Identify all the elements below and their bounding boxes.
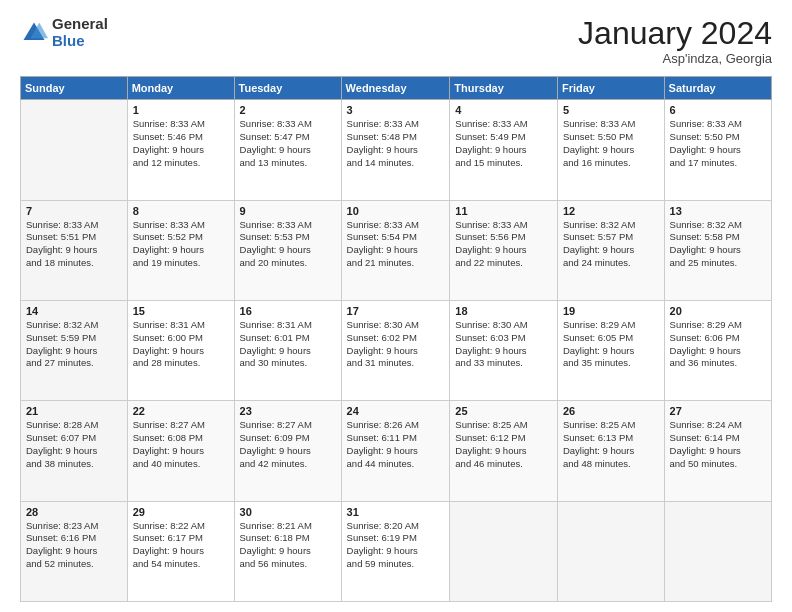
cell-info-line: Sunset: 6:07 PM [26,432,122,445]
cell-info-line: Sunrise: 8:33 AM [26,219,122,232]
calendar-cell: 24Sunrise: 8:26 AMSunset: 6:11 PMDayligh… [341,401,450,501]
week-row-2: 7Sunrise: 8:33 AMSunset: 5:51 PMDaylight… [21,200,772,300]
cell-info-line: and 12 minutes. [133,157,229,170]
cell-info-line: and 16 minutes. [563,157,659,170]
cell-info-line: Sunrise: 8:31 AM [240,319,336,332]
cell-info-line: Daylight: 9 hours [563,244,659,257]
calendar-cell: 8Sunrise: 8:33 AMSunset: 5:52 PMDaylight… [127,200,234,300]
cell-info-line: Sunrise: 8:22 AM [133,520,229,533]
cell-info-line: Sunrise: 8:33 AM [455,118,552,131]
week-row-3: 14Sunrise: 8:32 AMSunset: 5:59 PMDayligh… [21,300,772,400]
cell-info-line: Daylight: 9 hours [347,144,445,157]
cell-info-line: and 35 minutes. [563,357,659,370]
cell-info-line: Sunrise: 8:30 AM [347,319,445,332]
day-number: 20 [670,305,766,317]
cell-info-line: Sunset: 6:14 PM [670,432,766,445]
cell-info-line: Daylight: 9 hours [240,545,336,558]
cell-info-line: Sunrise: 8:33 AM [240,118,336,131]
cell-info-line: and 59 minutes. [347,558,445,571]
cell-info-line: Daylight: 9 hours [240,445,336,458]
calendar-cell: 11Sunrise: 8:33 AMSunset: 5:56 PMDayligh… [450,200,558,300]
cell-info-line: and 13 minutes. [240,157,336,170]
cell-info-line: Sunset: 5:47 PM [240,131,336,144]
day-header-tuesday: Tuesday [234,77,341,100]
cell-info-line: Daylight: 9 hours [133,144,229,157]
calendar-cell: 6Sunrise: 8:33 AMSunset: 5:50 PMDaylight… [664,100,771,200]
cell-info-line: Sunrise: 8:27 AM [133,419,229,432]
calendar-cell: 17Sunrise: 8:30 AMSunset: 6:02 PMDayligh… [341,300,450,400]
cell-info-line: Sunset: 6:08 PM [133,432,229,445]
cell-info-line: Sunrise: 8:24 AM [670,419,766,432]
calendar-cell: 20Sunrise: 8:29 AMSunset: 6:06 PMDayligh… [664,300,771,400]
week-row-1: 1Sunrise: 8:33 AMSunset: 5:46 PMDaylight… [21,100,772,200]
cell-info-line: Sunrise: 8:23 AM [26,520,122,533]
cell-info-line: Sunrise: 8:25 AM [455,419,552,432]
cell-info-line: Sunrise: 8:33 AM [133,118,229,131]
week-row-4: 21Sunrise: 8:28 AMSunset: 6:07 PMDayligh… [21,401,772,501]
calendar-table: SundayMondayTuesdayWednesdayThursdayFrid… [20,76,772,602]
cell-info-line: and 15 minutes. [455,157,552,170]
day-number: 31 [347,506,445,518]
cell-info-line: Sunrise: 8:28 AM [26,419,122,432]
cell-info-line: Sunrise: 8:31 AM [133,319,229,332]
day-number: 14 [26,305,122,317]
calendar-cell: 12Sunrise: 8:32 AMSunset: 5:57 PMDayligh… [557,200,664,300]
cell-info-line: Sunrise: 8:33 AM [133,219,229,232]
day-number: 25 [455,405,552,417]
cell-info-line: and 42 minutes. [240,458,336,471]
day-header-monday: Monday [127,77,234,100]
cell-info-line: Daylight: 9 hours [563,345,659,358]
calendar-cell [450,501,558,601]
calendar-cell: 23Sunrise: 8:27 AMSunset: 6:09 PMDayligh… [234,401,341,501]
cell-info-line: and 19 minutes. [133,257,229,270]
logo-general-text: General [52,16,108,33]
day-number: 21 [26,405,122,417]
calendar-cell: 22Sunrise: 8:27 AMSunset: 6:08 PMDayligh… [127,401,234,501]
cell-info-line: Daylight: 9 hours [455,445,552,458]
calendar-cell: 13Sunrise: 8:32 AMSunset: 5:58 PMDayligh… [664,200,771,300]
cell-info-line: Sunrise: 8:27 AM [240,419,336,432]
day-number: 26 [563,405,659,417]
cell-info-line: Sunrise: 8:33 AM [563,118,659,131]
cell-info-line: Daylight: 9 hours [455,144,552,157]
day-number: 5 [563,104,659,116]
calendar-cell: 25Sunrise: 8:25 AMSunset: 6:12 PMDayligh… [450,401,558,501]
cell-info-line: Sunset: 5:46 PM [133,131,229,144]
cell-info-line: Sunset: 6:02 PM [347,332,445,345]
cell-info-line: and 20 minutes. [240,257,336,270]
cell-info-line: and 50 minutes. [670,458,766,471]
cell-info-line: Sunset: 6:01 PM [240,332,336,345]
day-number: 27 [670,405,766,417]
cell-info-line: and 28 minutes. [133,357,229,370]
calendar-cell [21,100,128,200]
calendar-cell: 2Sunrise: 8:33 AMSunset: 5:47 PMDaylight… [234,100,341,200]
cell-info-line: Sunrise: 8:25 AM [563,419,659,432]
cell-info-line: Daylight: 9 hours [133,244,229,257]
calendar-cell: 31Sunrise: 8:20 AMSunset: 6:19 PMDayligh… [341,501,450,601]
cell-info-line: Daylight: 9 hours [133,445,229,458]
cell-info-line: and 14 minutes. [347,157,445,170]
cell-info-line: and 25 minutes. [670,257,766,270]
cell-info-line: and 52 minutes. [26,558,122,571]
cell-info-line: and 33 minutes. [455,357,552,370]
day-number: 15 [133,305,229,317]
cell-info-line: and 38 minutes. [26,458,122,471]
cell-info-line: Sunset: 6:19 PM [347,532,445,545]
day-number: 18 [455,305,552,317]
cell-info-line: Sunrise: 8:29 AM [563,319,659,332]
calendar-cell: 27Sunrise: 8:24 AMSunset: 6:14 PMDayligh… [664,401,771,501]
day-number: 29 [133,506,229,518]
cell-info-line: Daylight: 9 hours [670,445,766,458]
day-number: 17 [347,305,445,317]
cell-info-line: and 48 minutes. [563,458,659,471]
logo-icon [20,19,48,47]
cell-info-line: Daylight: 9 hours [670,144,766,157]
cell-info-line: Sunset: 5:53 PM [240,231,336,244]
cell-info-line: Sunrise: 8:20 AM [347,520,445,533]
title-block: January 2024 Asp'indza, Georgia [578,16,772,66]
calendar-cell: 18Sunrise: 8:30 AMSunset: 6:03 PMDayligh… [450,300,558,400]
cell-info-line: Sunrise: 8:32 AM [26,319,122,332]
day-header-friday: Friday [557,77,664,100]
cell-info-line: Sunset: 6:03 PM [455,332,552,345]
calendar-cell: 9Sunrise: 8:33 AMSunset: 5:53 PMDaylight… [234,200,341,300]
